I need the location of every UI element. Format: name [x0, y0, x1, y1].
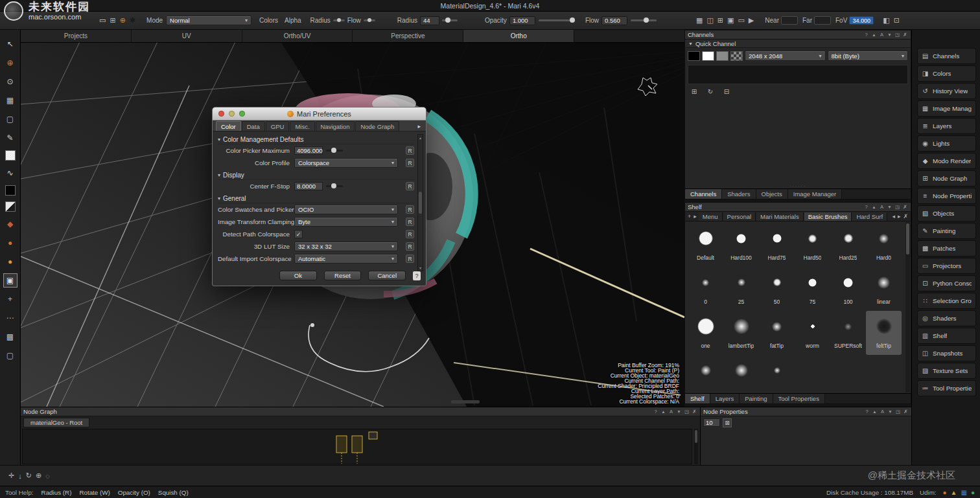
- status-project-icon[interactable]: ●: [943, 489, 947, 496]
- section-collapse-icon[interactable]: ▾: [218, 137, 220, 142]
- dialog-scrollbar[interactable]: ▴ ▾: [417, 134, 423, 271]
- pref-number-input[interactable]: 4096.000: [294, 146, 323, 155]
- collapse-icon[interactable]: ▼: [688, 41, 693, 46]
- brush-linear[interactable]: linear: [866, 267, 902, 311]
- reset-button[interactable]: R: [406, 218, 414, 226]
- viewport-tab-uv[interactable]: UV: [132, 30, 242, 42]
- panel-close-icon[interactable]: ✗: [903, 409, 909, 414]
- palette-button-node-properties[interactable]: ≡Node Properties: [917, 188, 976, 204]
- channel-size-dropdown[interactable]: 2048 x 2048 ▾: [745, 51, 826, 61]
- opacity-slider-knob[interactable]: [570, 17, 575, 23]
- reset-button[interactable]: R: [406, 159, 414, 167]
- paint-through-tool[interactable]: ▣: [4, 274, 17, 287]
- mirror-icon[interactable]: ◫: [706, 16, 713, 25]
- remove-channel-icon[interactable]: ⊟: [721, 87, 732, 96]
- pref-dropdown[interactable]: OCIO▾: [294, 205, 398, 214]
- pref-slider[interactable]: [326, 150, 343, 152]
- panel-raise-icon[interactable]: ▴: [660, 409, 666, 414]
- radius-slider-knob[interactable]: [445, 17, 450, 23]
- dialog-tab-color[interactable]: Color: [216, 121, 241, 131]
- gradient-swatch[interactable]: [5, 201, 16, 212]
- screenshot-icon[interactable]: ▭: [738, 16, 744, 25]
- brush-fattip[interactable]: fatTip: [759, 311, 795, 355]
- panel-tab-shelf[interactable]: Shelf: [685, 394, 710, 403]
- background-color-swatch[interactable]: [5, 185, 16, 196]
- node-properties-header[interactable]: Node Properties ?▴A▾◳✗: [701, 407, 911, 416]
- snap-grid-icon[interactable]: ⊞: [110, 16, 115, 25]
- panel-lower-icon[interactable]: ▾: [887, 32, 892, 38]
- panel-lower-icon[interactable]: ▾: [887, 409, 893, 414]
- rotate-view-icon[interactable]: ↻: [26, 471, 32, 480]
- radius-mini-knob[interactable]: [337, 18, 341, 22]
- flow-mini-knob[interactable]: [368, 18, 371, 22]
- reset-button[interactable]: R: [406, 230, 414, 238]
- reset-button[interactable]: R: [406, 146, 414, 155]
- brush-0[interactable]: 0: [688, 267, 723, 311]
- panel-resize-handle[interactable]: ······: [685, 184, 911, 188]
- panel-auto-icon[interactable]: A: [879, 204, 885, 210]
- add-brush-icon[interactable]: ⊕: [120, 16, 126, 25]
- brush-felttip[interactable]: feltTip: [866, 311, 902, 355]
- channel-list[interactable]: [688, 65, 908, 84]
- add-tool-button[interactable]: +: [4, 293, 17, 306]
- panel-help-icon[interactable]: ?: [863, 204, 869, 210]
- zoom-window-icon[interactable]: [239, 111, 245, 117]
- panel-help-icon[interactable]: ?: [653, 409, 659, 414]
- palette-button-shaders[interactable]: ◎Shaders: [917, 310, 976, 326]
- brush-hard0[interactable]: Hard0: [866, 223, 902, 267]
- zoom-tool[interactable]: ⊙: [4, 75, 17, 88]
- palette-button-selection-groups[interactable]: ∷Selection Groups: [917, 293, 976, 309]
- blur-tool[interactable]: ●: [4, 236, 17, 249]
- uv-view-icon[interactable]: ▦: [696, 16, 703, 25]
- foreground-color-swatch[interactable]: [5, 150, 16, 161]
- pref-dropdown[interactable]: Automatic▾: [294, 254, 398, 264]
- palette-button-objects[interactable]: ▧Objects: [917, 205, 976, 221]
- flow-slider[interactable]: [631, 19, 657, 21]
- section-collapse-icon[interactable]: ▾: [218, 196, 220, 201]
- brush-unnamed[interactable]: [723, 355, 759, 393]
- add-shelf-icon[interactable]: +: [686, 213, 692, 220]
- dialog-tab-scroll-icon[interactable]: ▸: [415, 122, 423, 131]
- opacity-input[interactable]: 1.000: [509, 16, 535, 25]
- dialog-section-general[interactable]: ▾General: [218, 194, 414, 203]
- clone-tool[interactable]: ◆: [4, 218, 17, 231]
- panel-lower-icon[interactable]: ▾: [676, 409, 682, 414]
- dialog-titlebar[interactable]: Mari Preferences: [213, 108, 426, 120]
- scroll-up-icon[interactable]: ▴: [419, 135, 421, 140]
- panel-help-icon[interactable]: ?: [863, 32, 869, 38]
- brush-hard50[interactable]: Hard50: [795, 223, 830, 267]
- brush-stroke-icon[interactable]: ✱: [130, 16, 135, 25]
- drop-tool-icon[interactable]: ↓: [18, 472, 22, 480]
- panel-tab-image-manager[interactable]: Image Manager: [788, 189, 843, 199]
- pref-checkbox[interactable]: ✓: [294, 230, 303, 238]
- add-channel-icon[interactable]: ⊞: [689, 87, 699, 96]
- flow-slider-knob[interactable]: [644, 17, 649, 23]
- pref-dropdown[interactable]: Byte▾: [294, 217, 398, 227]
- panel-detach-icon[interactable]: ◳: [894, 204, 900, 210]
- transform-tool[interactable]: ⊕: [4, 56, 17, 69]
- panel-tab-tool-properties[interactable]: Tool Properties: [773, 394, 825, 403]
- shelf-tab-basic-brushes[interactable]: Basic Brushes: [804, 212, 852, 221]
- panel-auto-icon[interactable]: A: [880, 409, 885, 414]
- flow-input[interactable]: 0.560: [601, 16, 627, 25]
- node-graph-scroll-thumb[interactable]: [695, 430, 697, 443]
- status-cache-icon[interactable]: ▦: [961, 489, 967, 496]
- radius-input[interactable]: 44: [420, 16, 439, 25]
- status-ok-icon[interactable]: ●: [971, 489, 975, 496]
- panel-tab-channels[interactable]: Channels: [685, 189, 722, 199]
- dialog-scroll-thumb[interactable]: [419, 192, 422, 214]
- channels-panel-header[interactable]: Channels ?▴A▾◳✗: [685, 30, 911, 40]
- radius-mini-slider[interactable]: [333, 19, 345, 21]
- viewport-tab-ortho-uv[interactable]: Ortho/UV: [242, 30, 353, 42]
- palette-button-snapshots[interactable]: ◫Snapshots: [917, 345, 976, 361]
- palette-button-texture-sets[interactable]: ▨Texture Sets: [917, 363, 976, 379]
- brush-75[interactable]: 75: [795, 267, 830, 311]
- reset-button[interactable]: R: [406, 182, 414, 190]
- whats-this-icon[interactable]: ?: [413, 271, 421, 280]
- palette-button-node-graph[interactable]: ⊞Node Graph: [917, 170, 976, 187]
- shelf-tab-menu[interactable]: Menu: [699, 212, 723, 221]
- brush-worm[interactable]: worm: [795, 311, 830, 355]
- lock-view-icon[interactable]: ◧: [883, 16, 889, 25]
- projection-icon[interactable]: ▶: [749, 16, 754, 25]
- select-tool[interactable]: ↖: [4, 38, 17, 51]
